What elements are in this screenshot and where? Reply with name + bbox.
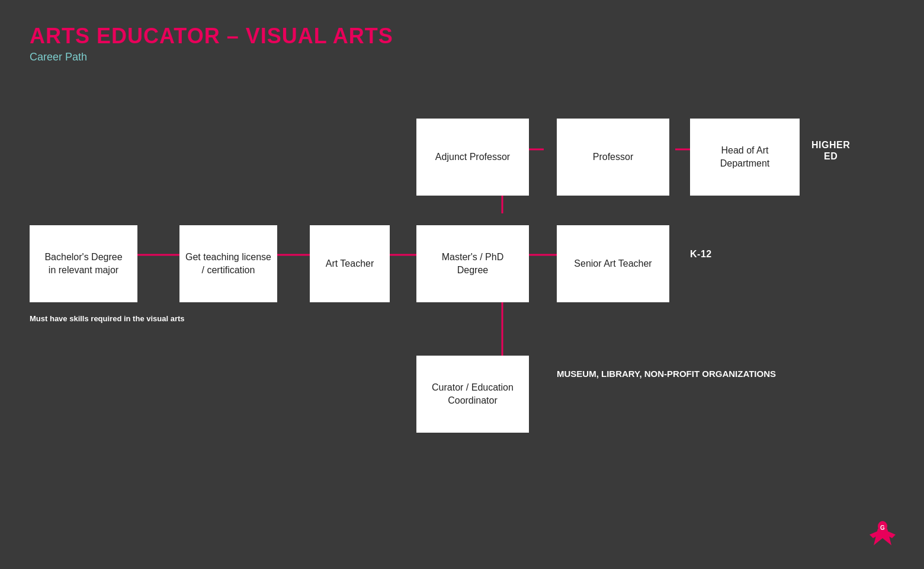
teaching-license-box: Get teaching license / certification (179, 225, 277, 302)
career-diagram: Bachelor's Degree in relevant major Get … (0, 83, 924, 557)
higher-ed-label: HIGHER ED (811, 139, 850, 162)
logo-letter: G (880, 525, 885, 531)
head-of-art-box: Head of Art Department (690, 119, 800, 196)
logo-icon: G (865, 516, 900, 551)
svg-marker-10 (874, 529, 891, 545)
k12-label: K-12 (690, 249, 712, 260)
adjunct-professor-box: Adjunct Professor (416, 119, 529, 196)
art-teacher-box: Art Teacher (310, 225, 390, 302)
header: ARTS EDUCATOR – VISUAL ARTS Career Path (0, 0, 924, 69)
page-subtitle: Career Path (30, 51, 894, 63)
page-title: ARTS EDUCATOR – VISUAL ARTS (30, 24, 894, 49)
senior-art-teacher-box: Senior Art Teacher (557, 225, 669, 302)
logo: G (865, 516, 900, 551)
professor-box: Professor (557, 119, 669, 196)
bachelors-box: Bachelor's Degree in relevant major (30, 225, 137, 302)
note-text: Must have skills required in the visual … (30, 314, 185, 323)
masters-phd-box: Master's / PhD Degree (416, 225, 529, 302)
curator-box: Curator / Education Coordinator (416, 356, 529, 433)
museum-label: MUSEUM, LIBRARY, NON-PROFIT ORGANIZATION… (557, 367, 776, 381)
